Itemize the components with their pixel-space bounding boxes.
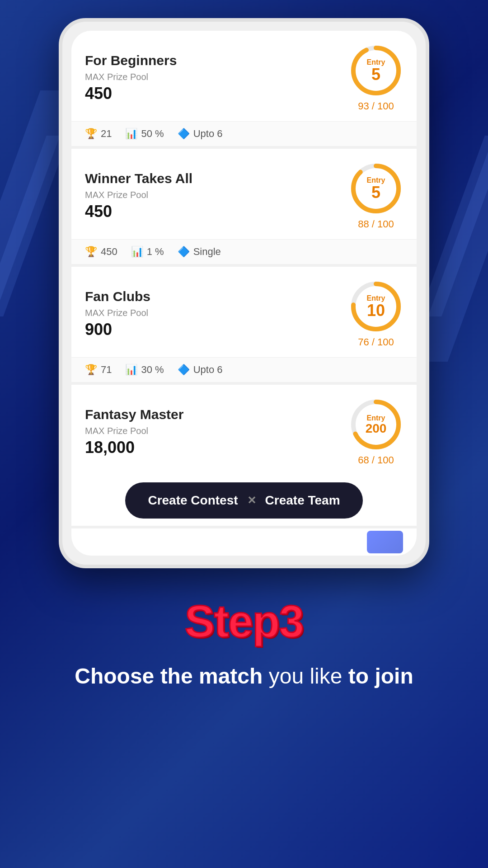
stat-value-trophy-fanclubs: 71 <box>101 364 112 376</box>
card-title-fantasy: Fantasy Master <box>85 407 183 422</box>
stat-value-team-fanclubs: Upto 6 <box>193 364 223 376</box>
card-title-winner: Winner Takes All <box>85 171 192 186</box>
team-icon-fanclubs: 🔷 <box>178 364 190 376</box>
stat-team-fanclubs: 🔷 Upto 6 <box>178 364 223 376</box>
entry-circle-beginners: Entry 5 <box>349 43 403 98</box>
card-prize-label-fanclubs: MAX Prize Pool <box>85 308 150 318</box>
contest-list: For Beginners MAX Prize Pool 450 Entry <box>71 31 417 556</box>
card-prize-label-winner: MAX Prize Pool <box>85 190 192 200</box>
contest-card-fanclubs[interactable]: Fan Clubs MAX Prize Pool 900 Entry <box>71 267 417 382</box>
contest-card-beginners[interactable]: For Beginners MAX Prize Pool 450 Entry <box>71 31 417 146</box>
contest-card-fantasy[interactable]: Fantasy Master MAX Prize Pool 18,000 Ent… <box>71 385 417 526</box>
stat-percent-winner: 📊 1 % <box>131 246 164 258</box>
card-prize-label-fantasy: MAX Prize Pool <box>85 426 183 436</box>
partial-card-bottom <box>71 528 417 556</box>
step-subtitle: Choose the match you like to join <box>18 661 470 691</box>
phone-shell: For Beginners MAX Prize Pool 450 Entry <box>59 18 429 568</box>
card-prize-amount-winner: 450 <box>85 202 192 221</box>
card-stats-winner: 🏆 450 📊 1 % 🔷 Single <box>71 239 417 264</box>
partial-avatar <box>367 531 403 553</box>
chart-icon-winner: 📊 <box>131 246 143 258</box>
card-title-beginners: For Beginners <box>85 53 177 68</box>
entry-badge-fantasy: Entry 200 68 / 100 <box>349 397 403 466</box>
subtitle-normal: you like <box>263 664 348 688</box>
stat-value-percent-beginners: 50 % <box>141 128 164 140</box>
team-icon-winner: 🔷 <box>178 246 190 258</box>
bottom-section: Step3 Choose the match you like to join <box>0 568 488 727</box>
divider-icon: ✕ <box>247 494 256 507</box>
entry-circle-winner: Entry 5 <box>349 161 403 216</box>
phone-screen: For Beginners MAX Prize Pool 450 Entry <box>71 31 417 556</box>
stat-value-team-winner: Single <box>193 246 221 258</box>
create-contest-button[interactable]: Create Contest <box>148 493 238 508</box>
card-prize-amount-fanclubs: 900 <box>85 320 150 339</box>
entry-value-fantasy: 200 <box>366 422 387 435</box>
stat-trophy-beginners: 🏆 21 <box>85 128 112 140</box>
card-info-beginners: For Beginners MAX Prize Pool 450 <box>85 53 177 103</box>
action-bar: Create Contest ✕ Create Team <box>71 475 417 526</box>
trophy-icon: 🏆 <box>85 128 97 140</box>
stat-team-beginners: 🔷 Upto 6 <box>178 128 223 140</box>
stat-value-trophy-winner: 450 <box>101 246 117 258</box>
card-stats-fanclubs: 🏆 71 📊 30 % 🔷 Upto 6 <box>71 357 417 382</box>
card-info-fantasy: Fantasy Master MAX Prize Pool 18,000 <box>85 407 183 457</box>
entry-value-fanclubs: 10 <box>367 302 385 319</box>
entry-circle-fanclubs: Entry 10 <box>349 279 403 334</box>
card-prize-label-beginners: MAX Prize Pool <box>85 72 177 82</box>
subtitle-bold-2: to join <box>348 664 413 688</box>
card-prize-amount-beginners: 450 <box>85 84 177 103</box>
entry-count-fanclubs: 76 / 100 <box>358 336 394 348</box>
entry-value-winner: 5 <box>371 184 380 201</box>
stat-trophy-fanclubs: 🏆 71 <box>85 364 112 376</box>
entry-count-fantasy: 68 / 100 <box>358 454 394 466</box>
stat-value-percent-fanclubs: 30 % <box>141 364 164 376</box>
stat-trophy-winner: 🏆 450 <box>85 246 117 258</box>
card-prize-amount-fantasy: 18,000 <box>85 438 183 457</box>
team-icon: 🔷 <box>178 128 190 140</box>
entry-circle-fantasy: Entry 200 <box>349 397 403 452</box>
entry-value-beginners: 5 <box>371 66 380 83</box>
subtitle-bold-1: Choose the match <box>75 664 263 688</box>
entry-badge-beginners: Entry 5 93 / 100 <box>349 43 403 112</box>
step-title: Step3 <box>18 595 470 647</box>
entry-count-winner: 88 / 100 <box>358 218 394 230</box>
entry-count-beginners: 93 / 100 <box>358 100 394 112</box>
trophy-icon-fanclubs: 🏆 <box>85 364 97 376</box>
contest-card-winner[interactable]: Winner Takes All MAX Prize Pool 450 Entr… <box>71 149 417 264</box>
entry-badge-fanclubs: Entry 10 76 / 100 <box>349 279 403 348</box>
chart-icon-fanclubs: 📊 <box>125 364 137 376</box>
stat-percent-beginners: 📊 50 % <box>125 128 164 140</box>
card-info-fanclubs: Fan Clubs MAX Prize Pool 900 <box>85 289 150 339</box>
action-pill: Create Contest ✕ Create Team <box>125 482 362 519</box>
create-team-button[interactable]: Create Team <box>265 493 340 508</box>
card-title-fanclubs: Fan Clubs <box>85 289 150 304</box>
chart-icon: 📊 <box>125 128 137 140</box>
stat-percent-fanclubs: 📊 30 % <box>125 364 164 376</box>
card-stats-beginners: 🏆 21 📊 50 % 🔷 Upto 6 <box>71 121 417 146</box>
stat-value-team-beginners: Upto 6 <box>193 128 223 140</box>
entry-badge-winner: Entry 5 88 / 100 <box>349 161 403 230</box>
card-info-winner: Winner Takes All MAX Prize Pool 450 <box>85 171 192 221</box>
stat-team-winner: 🔷 Single <box>178 246 221 258</box>
stat-value-trophy-beginners: 21 <box>101 128 112 140</box>
stat-value-percent-winner: 1 % <box>147 246 164 258</box>
trophy-icon-winner: 🏆 <box>85 246 97 258</box>
